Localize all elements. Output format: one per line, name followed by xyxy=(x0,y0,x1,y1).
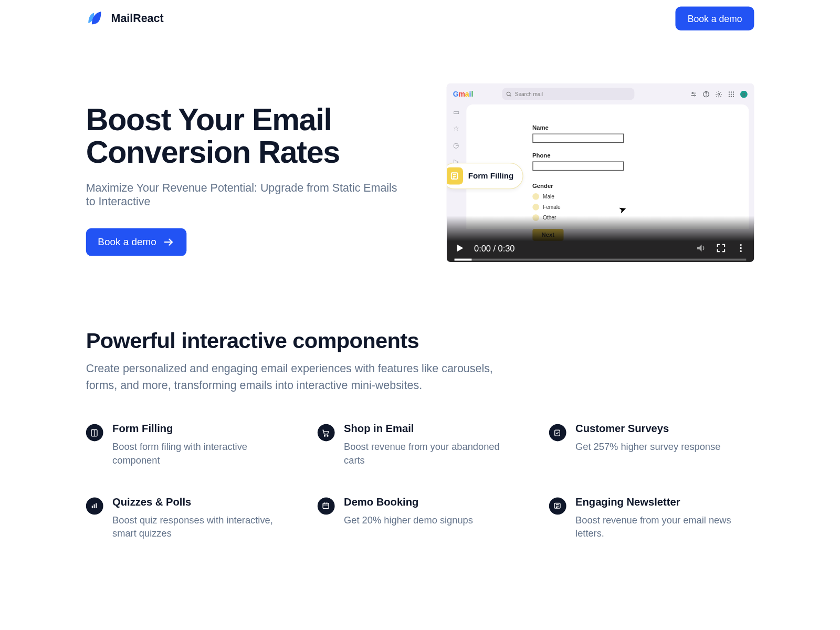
arrow-right-icon xyxy=(163,236,175,248)
play-icon[interactable] xyxy=(454,243,465,253)
gmail-search-placeholder: Search mail xyxy=(515,91,543,97)
gmail-logo: Gmail Gmail xyxy=(453,90,474,98)
more-icon[interactable] xyxy=(736,243,746,253)
svg-marker-24 xyxy=(697,245,701,251)
video-controls: 0:00 / 0:30 xyxy=(446,216,754,262)
form-filling-icon xyxy=(86,424,103,442)
fullscreen-icon[interactable] xyxy=(716,243,726,253)
tune-icon xyxy=(690,90,697,98)
site-header: MailReact Book a demo xyxy=(86,0,754,37)
svg-point-30 xyxy=(324,435,326,436)
svg-point-13 xyxy=(729,93,730,94)
svg-point-17 xyxy=(731,96,732,97)
hero-title-line2: Conversion Rates xyxy=(86,134,340,170)
help-icon xyxy=(702,90,710,98)
calendar-icon xyxy=(318,497,335,514)
gender-option-female: Female xyxy=(532,204,749,211)
cart-icon xyxy=(318,424,335,442)
brand-logo[interactable]: MailReact xyxy=(86,9,164,28)
gmail-search-input: Search mail xyxy=(502,88,635,100)
features-subtitle: Create personalized and engaging email e… xyxy=(86,361,509,394)
feature-shop-in-email: Shop in Email Boost revenue from your ab… xyxy=(318,423,523,467)
svg-rect-34 xyxy=(94,505,95,509)
newsletter-icon xyxy=(549,497,566,514)
svg-point-10 xyxy=(729,91,730,92)
feature-title: Customer Surveys xyxy=(575,423,720,435)
gender-option-male: Male xyxy=(532,193,749,200)
feature-desc: Get 20% higher demo signups xyxy=(344,513,473,527)
feature-title: Engaging Newsletter xyxy=(575,496,754,508)
name-field xyxy=(532,134,624,143)
feature-engaging-newsletter: Engaging Newsletter Boost revenue from y… xyxy=(549,496,754,540)
hero-cta-label: Book a demo xyxy=(98,236,156,247)
svg-point-27 xyxy=(740,250,741,252)
gmail-content: Form Filling Name Phone Gender Male Fema… xyxy=(466,104,749,229)
feature-desc: Boost revenue from your email news lette… xyxy=(575,513,754,540)
video-progress-bar[interactable] xyxy=(454,259,746,261)
brand-name: MailReact xyxy=(111,12,164,25)
svg-line-2 xyxy=(510,94,511,96)
logo-icon xyxy=(86,9,104,28)
hero-book-demo-button[interactable]: Book a demo xyxy=(86,228,187,256)
gmail-avatar: p xyxy=(740,90,748,98)
phone-field xyxy=(532,161,624,171)
svg-point-9 xyxy=(718,93,719,94)
svg-point-5 xyxy=(692,92,693,93)
feature-form-filling: Form Filling Boost form filing with inte… xyxy=(86,423,291,467)
phone-label: Phone xyxy=(532,152,749,159)
feature-demo-booking: Demo Booking Get 20% higher demo signups xyxy=(318,496,523,540)
clock-icon: ◷ xyxy=(453,142,459,149)
volume-icon[interactable] xyxy=(696,243,706,253)
gmail-topbar: Gmail Gmail Search mail p xyxy=(446,83,754,104)
form-filling-badge: Form Filling xyxy=(446,163,523,189)
demo-video[interactable]: Gmail Gmail Search mail p xyxy=(446,83,754,262)
features-title: Powerful interactive components xyxy=(86,328,754,353)
svg-point-26 xyxy=(740,247,741,249)
svg-point-14 xyxy=(731,93,732,94)
svg-point-1 xyxy=(507,92,511,96)
hero-title: Boost Your Email Conversion Rates xyxy=(86,103,407,169)
svg-rect-33 xyxy=(92,506,93,509)
svg-point-18 xyxy=(733,96,734,97)
form-filling-label: Form Filling xyxy=(468,171,514,181)
feature-title: Quizzes & Polls xyxy=(112,496,291,508)
features-grid: Form Filling Boost form filing with inte… xyxy=(86,423,754,540)
header-book-demo-button[interactable]: Book a demo xyxy=(676,7,754,30)
svg-point-15 xyxy=(733,93,734,94)
gmail-header-icons: p xyxy=(690,90,748,98)
svg-point-8 xyxy=(706,96,707,96)
apps-grid-icon xyxy=(728,90,735,98)
svg-point-11 xyxy=(731,91,732,92)
svg-marker-23 xyxy=(457,245,463,251)
bar-chart-icon xyxy=(86,497,103,514)
svg-point-16 xyxy=(729,96,730,97)
video-time: 0:00 / 0:30 xyxy=(474,243,514,253)
star-icon: ☆ xyxy=(453,125,459,132)
hero-subtitle: Maximize Your Revenue Potential: Upgrade… xyxy=(86,182,407,208)
svg-point-25 xyxy=(740,244,741,246)
feature-desc: Boost quiz responses with interactive, s… xyxy=(112,513,291,540)
svg-point-12 xyxy=(733,91,734,92)
svg-point-31 xyxy=(327,435,328,436)
feature-quizzes-polls: Quizzes & Polls Boost quiz responses wit… xyxy=(86,496,291,540)
feature-title: Demo Booking xyxy=(344,496,473,508)
feature-desc: Boost form filing with interactive compo… xyxy=(112,440,291,467)
svg-point-6 xyxy=(694,94,695,96)
gear-icon xyxy=(715,90,722,98)
feature-customer-surveys: Customer Surveys Get 257% higher survey … xyxy=(549,423,754,467)
svg-rect-36 xyxy=(323,503,329,509)
gender-label: Gender xyxy=(532,183,749,190)
hero-section: Boost Your Email Conversion Rates Maximi… xyxy=(86,37,754,302)
name-label: Name xyxy=(532,124,749,131)
survey-icon xyxy=(549,424,566,442)
form-icon xyxy=(446,167,463,185)
feature-desc: Get 257% higher survey response xyxy=(575,440,720,454)
inbox-icon: ▭ xyxy=(453,109,459,116)
hero-title-line1: Boost Your Email xyxy=(86,102,332,137)
feature-desc: Boost revenue from your abandoned carts xyxy=(344,440,522,467)
feature-title: Shop in Email xyxy=(344,423,522,435)
search-icon xyxy=(506,91,512,97)
svg-rect-35 xyxy=(96,503,97,509)
feature-title: Form Filling xyxy=(112,423,291,435)
